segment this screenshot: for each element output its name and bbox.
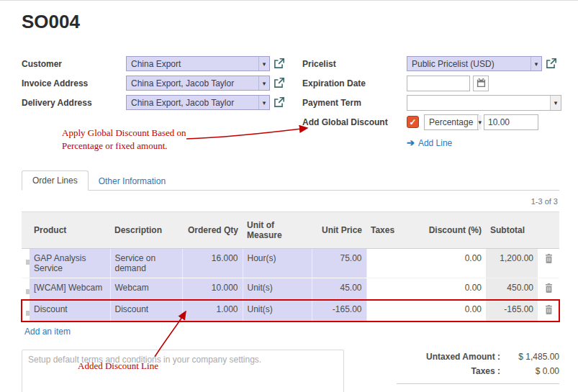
delivery-address-select[interactable]: China Export, Jacob Taylor ▾ xyxy=(126,95,270,110)
invoice-address-label: Invoice Address xyxy=(22,78,126,88)
table-row[interactable]: GAP Analysis Service Service on demand 1… xyxy=(22,249,559,278)
annotation-global-discount: Apply Global Discount Based on Percentag… xyxy=(62,127,186,152)
col-discount[interactable]: Discount (%) xyxy=(411,212,486,249)
expiration-date-input[interactable] xyxy=(407,76,470,91)
taxes-value: $ 0.00 xyxy=(500,366,559,376)
pricelist-row: Pricelist Public Pricelist (USD) ▾ xyxy=(302,54,561,73)
cell-taxes[interactable] xyxy=(366,278,411,300)
col-product[interactable]: Product xyxy=(30,212,110,249)
external-link-icon[interactable] xyxy=(274,78,284,88)
external-link-icon[interactable] xyxy=(274,97,284,108)
cell-ordered-qty[interactable]: 1.000 xyxy=(182,300,243,322)
annotation-discount-line: Added Discount Line xyxy=(78,360,158,373)
pager[interactable]: 1-3 of 3 xyxy=(22,197,558,206)
cell-unit-of-measure[interactable]: Hour(s) xyxy=(243,249,312,278)
annotation-arrow-global-discount xyxy=(186,128,307,139)
table-row-discount[interactable]: Discount Discount 1.000 Unit(s) -165.00 … xyxy=(22,300,559,322)
handle-header xyxy=(22,212,30,249)
payment-term-select[interactable]: ▾ xyxy=(407,95,561,111)
chevron-down-icon[interactable]: ▾ xyxy=(258,96,269,109)
cell-taxes[interactable] xyxy=(366,300,411,322)
cell-unit-of-measure[interactable]: Unit(s) xyxy=(243,278,312,300)
cell-unit-of-measure[interactable]: Unit(s) xyxy=(243,300,312,322)
cell-ordered-qty[interactable]: 10.000 xyxy=(182,278,243,300)
chevron-down-icon[interactable]: ▾ xyxy=(477,115,482,129)
tab-bar: Order Lines Other Information xyxy=(22,171,559,191)
delivery-address-label: Delivery Address xyxy=(22,98,126,108)
col-unit-price[interactable]: Unit Price xyxy=(312,212,366,249)
discount-amount-input[interactable] xyxy=(484,114,538,130)
invoice-address-value: China Export, Jacob Taylor xyxy=(131,78,234,88)
total-row: Total : (update) $ 1,485.00 xyxy=(397,383,559,392)
cell-description[interactable]: Discount xyxy=(110,300,182,322)
untaxed-amount-row: Untaxed Amount : $ 1,485.00 xyxy=(397,350,559,364)
row-handle[interactable] xyxy=(22,278,30,300)
cell-subtotal: 1,200.00 xyxy=(486,249,538,278)
table-header-row: Product Description Ordered Qty Unit of … xyxy=(22,212,559,249)
terms-conditions-input[interactable] xyxy=(22,350,344,392)
customer-select[interactable]: China Export ▾ xyxy=(126,56,270,71)
pricelist-label: Pricelist xyxy=(302,59,407,69)
cell-discount[interactable]: 0.00 xyxy=(411,278,486,300)
delete-row-icon[interactable] xyxy=(538,249,559,278)
check-icon: ✓ xyxy=(409,117,416,127)
cell-subtotal: -165.00 xyxy=(486,300,538,322)
order-lines-table: Product Description Ordered Qty Unit of … xyxy=(22,211,559,322)
tab-order-lines[interactable]: Order Lines xyxy=(22,170,89,191)
form-right-column: Pricelist Public Pricelist (USD) ▾ Expir… xyxy=(302,54,561,132)
customer-row: Customer China Export ▾ xyxy=(22,54,295,73)
chevron-down-icon[interactable]: ▾ xyxy=(530,57,541,70)
col-actions xyxy=(538,212,559,249)
untaxed-amount-value: $ 1,485.00 xyxy=(500,352,559,362)
cell-taxes[interactable] xyxy=(366,249,411,278)
delete-row-icon[interactable] xyxy=(538,278,559,300)
cell-unit-price[interactable]: 75.00 xyxy=(312,249,366,278)
cell-description[interactable]: Service on demand xyxy=(110,249,182,278)
cell-product[interactable]: GAP Analysis Service xyxy=(30,249,110,278)
add-line-button[interactable]: ➔ Add Line xyxy=(407,137,452,148)
cell-ordered-qty[interactable]: 16.000 xyxy=(182,249,243,278)
chevron-down-icon[interactable]: ▾ xyxy=(258,76,269,90)
delivery-address-value: China Export, Jacob Taylor xyxy=(131,98,234,108)
tab-other-information[interactable]: Other Information xyxy=(89,172,176,191)
page-title: SO004 xyxy=(22,11,80,33)
pricelist-select[interactable]: Public Pricelist (USD) ▾ xyxy=(407,56,542,71)
col-ordered-qty[interactable]: Ordered Qty xyxy=(182,212,243,249)
cell-unit-price[interactable]: 45.00 xyxy=(312,278,366,300)
arrow-right-icon: ➔ xyxy=(407,137,415,148)
cell-unit-price[interactable]: -165.00 xyxy=(312,300,366,322)
notebook-section: Order Lines Other Information 1-3 of 3 P… xyxy=(22,171,559,392)
calendar-icon[interactable] xyxy=(473,76,489,91)
invoice-address-select[interactable]: China Export, Jacob Taylor ▾ xyxy=(126,76,270,91)
cell-discount[interactable]: 0.00 xyxy=(411,300,486,322)
cell-product[interactable]: [WCAM] Webcam xyxy=(30,278,110,300)
cell-discount[interactable]: 0.00 xyxy=(411,249,486,278)
cell-product[interactable]: Discount xyxy=(30,300,110,322)
payment-term-label: Payment Term xyxy=(302,98,407,108)
global-discount-checkbox[interactable]: ✓ xyxy=(407,116,419,128)
delete-row-icon[interactable] xyxy=(538,300,559,322)
add-line-label: Add Line xyxy=(418,138,452,148)
expiration-date-row: Expiration Date xyxy=(302,73,561,93)
customer-value: China Export xyxy=(131,59,181,69)
totals-panel: Untaxed Amount : $ 1,485.00 Taxes : $ 0.… xyxy=(397,350,559,392)
col-subtotal[interactable]: Subtotal xyxy=(486,212,538,249)
discount-type-select[interactable]: Percentage ▾ xyxy=(424,114,479,130)
col-taxes[interactable]: Taxes xyxy=(366,212,411,249)
taxes-row: Taxes : $ 0.00 xyxy=(397,364,559,378)
expiration-date-label: Expiration Date xyxy=(302,78,407,88)
add-an-item-link[interactable]: Add an item xyxy=(24,327,71,337)
chevron-down-icon[interactable]: ▾ xyxy=(550,96,561,110)
col-unit-of-measure[interactable]: Unit of Measure xyxy=(243,212,312,249)
row-handle[interactable] xyxy=(22,300,30,322)
col-description[interactable]: Description xyxy=(110,212,182,249)
delivery-address-row: Delivery Address China Export, Jacob Tay… xyxy=(22,93,295,112)
external-link-icon[interactable] xyxy=(274,58,284,69)
cell-description[interactable]: Webcam xyxy=(110,278,182,300)
sales-order-page: SO004 Customer China Export ▾ Invoice Ad… xyxy=(0,0,578,392)
chevron-down-icon[interactable]: ▾ xyxy=(258,57,269,70)
external-link-icon[interactable] xyxy=(546,58,556,69)
row-handle[interactable] xyxy=(22,249,30,278)
table-row[interactable]: [WCAM] Webcam Webcam 10.000 Unit(s) 45.0… xyxy=(22,278,559,300)
form-left-column: Customer China Export ▾ Invoice Address … xyxy=(22,54,295,112)
